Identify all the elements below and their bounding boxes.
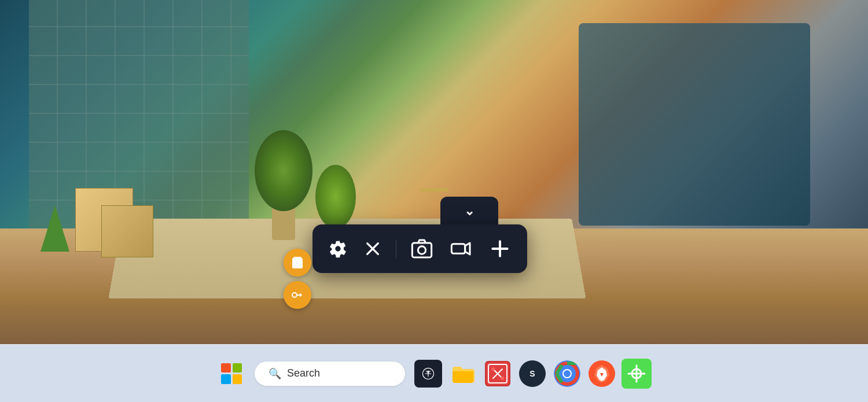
svg-rect-4: [412, 243, 431, 257]
toolbar-main-panel: [312, 224, 527, 273]
snip-svg: [485, 361, 510, 386]
brave-logo: [589, 360, 615, 387]
camera-icon: [410, 237, 433, 260]
file-explorer-icon[interactable]: [448, 359, 478, 389]
snip-toolbar: ⌄: [312, 197, 527, 273]
chrome-logo: [554, 360, 580, 387]
svg-text:S: S: [529, 369, 535, 378]
gear-icon: [329, 239, 347, 258]
key-icon: [290, 288, 304, 302]
record-button[interactable]: [447, 235, 475, 263]
folder-svg: [450, 361, 476, 386]
search-bar[interactable]: 🔍 Search: [255, 362, 405, 386]
xbox-gamebar-icon[interactable]: [413, 359, 443, 389]
cone: [41, 205, 69, 252]
folder-icon: [450, 361, 476, 386]
toolbar-separator-1: [396, 239, 396, 258]
windows-logo: [221, 363, 242, 384]
snipping-tool-icon[interactable]: [483, 359, 513, 389]
vehicle: [579, 23, 810, 226]
add-button[interactable]: [487, 235, 513, 262]
windows-start-button[interactable]: [216, 359, 247, 389]
box-small: [101, 205, 153, 257]
chrome-icon[interactable]: [552, 359, 582, 389]
steam-icon[interactable]: S: [517, 359, 547, 389]
xbox-icon: [419, 364, 437, 383]
svg-point-14: [501, 377, 504, 380]
svg-point-13: [491, 367, 495, 371]
chevron-down-icon: ⌄: [464, 204, 475, 219]
vpn-app-icon[interactable]: [284, 281, 311, 309]
xbox-logo: [414, 360, 442, 388]
brave-svg: [589, 360, 615, 387]
floating-app-icons: [284, 249, 311, 309]
search-icon: 🔍: [269, 367, 281, 380]
close-icon: [363, 239, 382, 258]
svg-point-5: [418, 246, 425, 254]
svg-point-1: [292, 293, 297, 297]
greenshot-logo: [621, 359, 652, 389]
shopping-app-icon[interactable]: [284, 249, 311, 276]
taskbar: 🔍 Search: [0, 344, 868, 402]
screenshot-button[interactable]: [408, 235, 436, 263]
desktop-background: [0, 0, 868, 344]
chrome-svg: [554, 360, 580, 387]
plus-icon: [489, 238, 511, 260]
greenshot-svg: [626, 363, 647, 384]
greenshot-icon[interactable]: [621, 359, 652, 389]
scissors-icon: [485, 361, 510, 386]
close-button[interactable]: [361, 237, 384, 260]
steam-logo: S: [519, 360, 546, 387]
svg-point-21: [564, 370, 571, 377]
settings-button[interactable]: [326, 237, 350, 260]
video-camera-icon: [450, 237, 473, 260]
svg-rect-6: [451, 244, 465, 254]
cart-icon: [290, 256, 304, 270]
steam-svg: S: [519, 360, 546, 387]
brave-icon[interactable]: [587, 359, 617, 389]
search-label: Search: [287, 367, 320, 379]
plant-large: [249, 124, 318, 240]
toolbar-collapse-tab[interactable]: ⌄: [440, 197, 498, 226]
